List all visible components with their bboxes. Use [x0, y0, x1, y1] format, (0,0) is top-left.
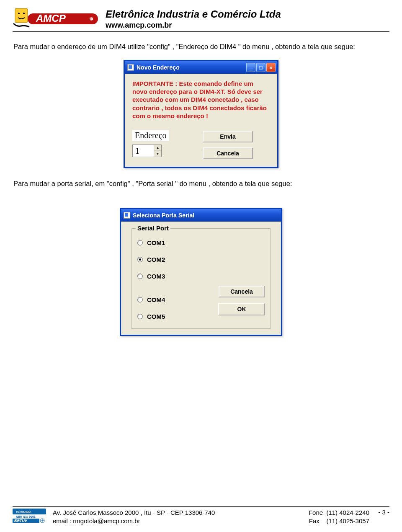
- company-name: Eletrônica Industria e Comércio Ltda: [106, 8, 281, 20]
- window1-title: Novo Endereço: [137, 64, 244, 71]
- radio-icon: [137, 297, 143, 302]
- svg-text:AMCP: AMCP: [36, 13, 66, 24]
- cancela-button[interactable]: Cancela: [203, 147, 253, 159]
- svg-text:Certificado: Certificado: [16, 511, 31, 514]
- footer-phone: Fone (11) 4024-2240: [309, 509, 369, 517]
- ok-button[interactable]: OK: [219, 303, 265, 315]
- minimize-button[interactable]: _: [246, 63, 255, 72]
- svg-point-6: [23, 13, 25, 14]
- company-block: Eletrônica Industria e Comércio Ltda www…: [106, 5, 281, 30]
- endereco-spinner[interactable]: 1 ▲ ▼: [132, 145, 162, 157]
- radio-label: COM4: [147, 296, 165, 303]
- endereco-value: 1: [133, 145, 154, 157]
- app-icon: [124, 212, 130, 219]
- footer-address: Av. José Carlos Massoco 2000 , Itu - SP …: [53, 509, 309, 517]
- radio-label: COM5: [147, 313, 165, 320]
- radio-icon: [137, 274, 143, 279]
- radio-icon: [137, 314, 143, 319]
- page-footer: Certificado NBR ISO 9001 BRTÜV Av. José …: [13, 506, 389, 526]
- radio-label: COM3: [147, 273, 165, 280]
- spinner-down-icon[interactable]: ▼: [154, 151, 161, 157]
- svg-text:®: ®: [89, 17, 93, 21]
- radio-com1[interactable]: COM1: [137, 235, 265, 251]
- page-header: AMCP ® Eletrônica Industria e Comércio L…: [13, 5, 389, 30]
- window-novo-endereco: Novo Endereço _ □ × IMPORTANTE : Este co…: [124, 60, 278, 168]
- svg-text:BRTÜV: BRTÜV: [14, 519, 28, 523]
- radio-icon: [137, 257, 143, 262]
- titlebar-2: Seleciona Porta Serial: [121, 209, 281, 222]
- paragraph-2: Para mudar a porta serial, em "config" ,…: [13, 180, 389, 188]
- radio-com2[interactable]: COM2: [137, 251, 265, 268]
- page-number: - 3 -: [369, 509, 389, 516]
- warning-text: IMPORTANTE : Este comando define um novo…: [132, 80, 270, 120]
- serial-port-fieldset: Serial Port COM1 COM2 COM3 COM4: [131, 228, 271, 329]
- fieldset-legend: Serial Port: [136, 225, 170, 232]
- svg-rect-4: [15, 8, 28, 23]
- brtuv-cert-logo: Certificado NBR ISO 9001 BRTÜV: [13, 509, 46, 523]
- window-seleciona-porta: Seleciona Porta Serial Serial Port COM1 …: [120, 208, 282, 336]
- close-button[interactable]: ×: [266, 63, 276, 72]
- footer-email: email : rmgotola@amcp.com.br: [53, 517, 309, 525]
- radio-com3[interactable]: COM3: [137, 268, 265, 285]
- app-icon: [127, 64, 134, 71]
- window2-title: Seleciona Porta Serial: [133, 212, 279, 219]
- footer-divider: [13, 506, 389, 507]
- cancela-button-2[interactable]: Cancela: [219, 286, 265, 297]
- radio-label: COM1: [147, 239, 165, 246]
- footer-text: Av. José Carlos Massoco 2000 , Itu - SP …: [53, 509, 369, 526]
- maximize-button[interactable]: □: [256, 63, 265, 72]
- company-url: www.amcp.com.br: [106, 21, 281, 30]
- paragraph-1: Para mudar o endereço de um DIM4 utilize…: [13, 43, 389, 51]
- endereco-label: Endereço: [132, 130, 169, 141]
- titlebar-1: Novo Endereço _ □ ×: [125, 61, 277, 74]
- footer-fax: Fax (11) 4025-3057: [309, 517, 369, 525]
- amcp-logo: AMCP ®: [13, 5, 100, 29]
- svg-text:NBR ISO 9001: NBR ISO 9001: [16, 515, 36, 518]
- header-divider: [13, 31, 389, 32]
- spinner-up-icon[interactable]: ▲: [154, 145, 161, 151]
- svg-point-5: [18, 13, 20, 14]
- envia-button[interactable]: Envia: [203, 131, 253, 142]
- radio-label: COM2: [147, 256, 165, 263]
- radio-icon: [137, 240, 143, 245]
